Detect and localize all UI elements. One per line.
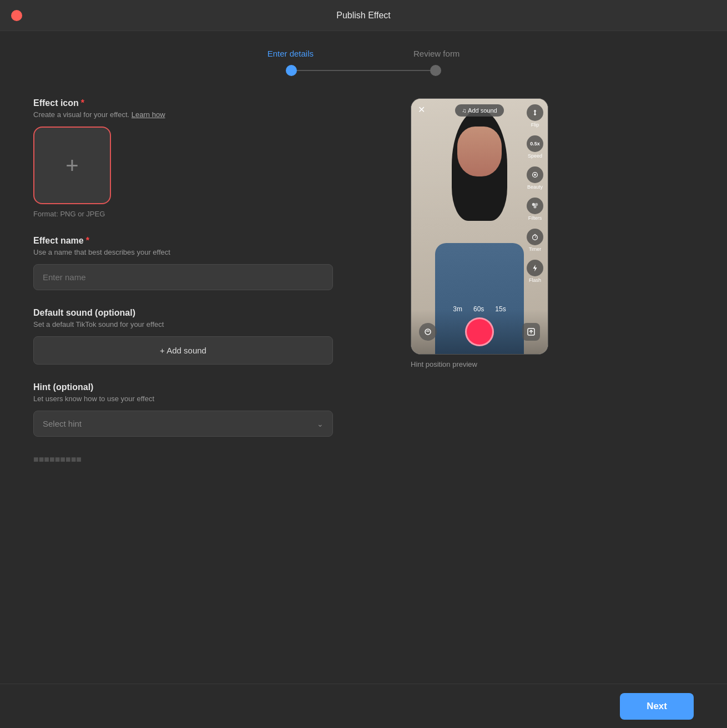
right-panel: ✕ ♫ Add sound Flip bbox=[411, 98, 555, 662]
phone-effects-button[interactable] bbox=[418, 322, 438, 342]
required-star-icon: * bbox=[81, 98, 84, 108]
beauty-icon-label: Beauty bbox=[527, 184, 543, 190]
svg-point-1 bbox=[534, 174, 536, 176]
phone-icon-speed: 0.5x Speed bbox=[527, 135, 543, 159]
stepper-label-enter-details[interactable]: Enter details bbox=[267, 49, 314, 58]
title-bar: Publish Effect bbox=[0, 0, 727, 31]
filters-icon-circle bbox=[527, 198, 543, 214]
default-sound-section: Default sound (optional) Set a default T… bbox=[33, 308, 377, 365]
main-content: Effect icon * Create a visual for your e… bbox=[0, 87, 727, 673]
time-60s: 60s bbox=[473, 305, 484, 313]
format-hint: Format: PNG or JPEG bbox=[33, 210, 377, 218]
default-sound-title: Default sound (optional) bbox=[33, 308, 377, 318]
add-sound-button[interactable]: + Add sound bbox=[33, 336, 333, 365]
timer-icon-circle bbox=[527, 229, 543, 245]
time-3m: 3m bbox=[453, 305, 462, 313]
bottom-icons-row bbox=[418, 317, 541, 346]
hint-subtitle: Let users know how to use your effect bbox=[33, 395, 377, 403]
stepper-dot-2 bbox=[430, 65, 441, 76]
learn-how-link[interactable]: Learn how bbox=[132, 110, 165, 119]
stepper-track bbox=[286, 65, 441, 76]
phone-icon-beauty: Beauty bbox=[527, 166, 543, 190]
add-icon: + bbox=[65, 154, 78, 176]
effect-name-section: Effect name * Use a name that best descr… bbox=[33, 236, 377, 290]
phone-right-icons: Flip 0.5x Speed Beauty bbox=[527, 104, 543, 283]
speed-icon-circle: 0.5x bbox=[527, 135, 543, 152]
flip-icon-circle bbox=[527, 104, 543, 121]
stepper-line bbox=[297, 70, 430, 71]
effect-icon-section: Effect icon * Create a visual for your e… bbox=[33, 98, 377, 218]
phone-icon-timer: Timer bbox=[527, 229, 543, 252]
phone-icon-filters: Filters bbox=[527, 198, 543, 221]
person-face bbox=[457, 127, 502, 176]
icon-upload-box[interactable]: + bbox=[33, 127, 111, 204]
partial-title: ■■■■■■■■■ bbox=[33, 454, 377, 464]
effect-name-subtitle: Use a name that best describes your effe… bbox=[33, 248, 377, 256]
stepper-label-review-form[interactable]: Review form bbox=[413, 49, 460, 58]
phone-bottom-bar: 3m 60s 15s bbox=[411, 310, 548, 354]
partial-section: ■■■■■■■■■ bbox=[33, 454, 377, 464]
app-title: Publish Effect bbox=[336, 11, 391, 21]
time-15s: 15s bbox=[495, 305, 506, 313]
add-sound-chip: ♫ Add sound bbox=[455, 104, 503, 117]
left-panel: Effect icon * Create a visual for your e… bbox=[33, 98, 377, 662]
timer-icon-label: Timer bbox=[529, 246, 542, 252]
phone-icon-flip: Flip bbox=[527, 104, 543, 128]
svg-line-7 bbox=[535, 236, 536, 237]
svg-marker-8 bbox=[533, 265, 537, 271]
effects-icon bbox=[419, 323, 437, 341]
effect-icon-subtitle: Create a visual for your effect. Learn h… bbox=[33, 110, 377, 119]
phone-bottom-controls: 3m 60s 15s bbox=[411, 305, 548, 346]
svg-point-4 bbox=[533, 205, 536, 208]
phone-upload-button[interactable] bbox=[521, 322, 541, 342]
hint-title: Hint (optional) bbox=[33, 382, 377, 392]
close-button[interactable] bbox=[11, 10, 22, 21]
next-button[interactable]: Next bbox=[620, 693, 694, 720]
effect-name-title: Effect name * bbox=[33, 236, 377, 246]
hint-dropdown-placeholder: Select hint bbox=[43, 419, 82, 428]
filters-icon-label: Filters bbox=[528, 215, 542, 221]
record-button[interactable] bbox=[465, 317, 494, 346]
speed-icon-label: Speed bbox=[528, 153, 542, 159]
add-sound-chip-label: ♫ Add sound bbox=[462, 107, 497, 114]
flash-icon-circle bbox=[527, 260, 543, 276]
scroll-container: Enter details Review form Effect icon * … bbox=[0, 31, 727, 684]
svg-point-3 bbox=[535, 203, 538, 206]
hint-dropdown[interactable]: Select hint ⌄ bbox=[33, 411, 333, 437]
required-star-name-icon: * bbox=[86, 236, 89, 246]
stepper-dot-1 bbox=[286, 65, 297, 76]
phone-icon-flash: Flash bbox=[527, 260, 543, 283]
effect-icon-title: Effect icon * bbox=[33, 98, 377, 108]
stepper-labels: Enter details Review form bbox=[267, 49, 460, 58]
flip-icon-label: Flip bbox=[531, 122, 539, 128]
bottom-bar: Next bbox=[0, 684, 727, 728]
default-sound-subtitle: Set a default TikTok sound for your effe… bbox=[33, 320, 377, 328]
upload-icon bbox=[522, 323, 540, 341]
stepper: Enter details Review form bbox=[0, 31, 727, 87]
phone-preview: ✕ ♫ Add sound Flip bbox=[411, 98, 548, 355]
beauty-icon-circle bbox=[527, 166, 543, 183]
hint-section: Hint (optional) Let users know how to us… bbox=[33, 382, 377, 437]
svg-point-2 bbox=[532, 203, 535, 206]
time-options: 3m 60s 15s bbox=[453, 305, 506, 313]
effect-name-input[interactable] bbox=[33, 264, 333, 290]
chevron-down-icon: ⌄ bbox=[317, 419, 324, 428]
preview-caption: Hint position preview bbox=[411, 360, 555, 368]
flash-icon-label: Flash bbox=[529, 277, 541, 283]
